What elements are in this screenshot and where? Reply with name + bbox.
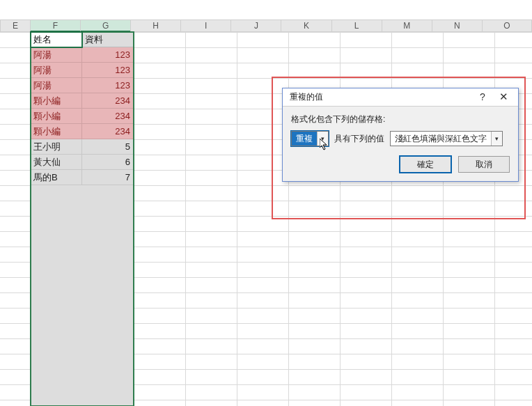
col-header-J[interactable]: J xyxy=(230,19,281,32)
cell-name[interactable]: 黃大仙 xyxy=(31,155,82,170)
cell-val[interactable]: 5 xyxy=(82,139,134,155)
mid-label: 具有下列的值 xyxy=(334,133,384,145)
cell-name[interactable]: 阿湯 xyxy=(31,47,82,63)
svg-marker-0 xyxy=(320,139,327,150)
format-style-value: 淺紅色填滿與深紅色文字 xyxy=(391,132,491,146)
format-style-combo[interactable]: 淺紅色填滿與深紅色文字 ▾ xyxy=(390,131,503,146)
cell-name[interactable]: 顆小編 xyxy=(31,109,82,124)
cell-val[interactable]: 123 xyxy=(82,78,134,93)
cell-val[interactable]: 123 xyxy=(82,47,134,63)
col-header-O[interactable]: O xyxy=(482,19,532,32)
chevron-down-icon[interactable]: ▾ xyxy=(317,132,328,146)
cancel-button[interactable]: 取消 xyxy=(458,156,510,173)
table-row: 阿湯 123 xyxy=(31,78,134,93)
active-cell[interactable]: 姓名 xyxy=(31,32,82,47)
col-header-H[interactable]: H xyxy=(130,19,180,32)
ok-button[interactable]: 確定 xyxy=(400,156,451,173)
dialog-title: 重複的值 xyxy=(290,91,472,103)
cell-name[interactable]: 阿湯 xyxy=(31,78,82,93)
table-row: 顆小編 234 xyxy=(31,109,134,124)
column-header-row: E F G H I J K L M N O xyxy=(0,19,532,32)
table-row: 顆小編 234 xyxy=(31,93,134,109)
cell-name[interactable]: 阿湯 xyxy=(31,63,82,78)
table-row: 阿湯 123 xyxy=(31,47,134,63)
table-row: 阿湯 123 xyxy=(31,63,134,78)
table-row: 王小明 5 xyxy=(31,139,134,155)
cell-name[interactable]: 王小明 xyxy=(31,139,82,155)
cell-val[interactable]: 6 xyxy=(82,155,134,170)
col-header-G[interactable]: G xyxy=(80,19,130,32)
col-header-M[interactable]: M xyxy=(382,19,432,32)
table-row: 顆小編 234 xyxy=(31,124,134,139)
close-button[interactable]: ✕ xyxy=(493,91,514,104)
help-button[interactable]: ? xyxy=(472,91,493,104)
dialog-body-label: 格式化包含下列的儲存格: xyxy=(291,114,510,125)
table-row: 黃大仙 6 xyxy=(31,155,134,170)
data-cells: 姓名 資料 阿湯 123 阿湯 123 阿湯 123 顆小編 234 顆小編 2… xyxy=(31,32,134,185)
col-header-E[interactable]: E xyxy=(0,19,30,32)
rule-type-combo[interactable]: 重複 ▾ xyxy=(291,131,329,146)
rule-type-value: 重複 xyxy=(292,132,317,146)
chevron-down-icon[interactable]: ▾ xyxy=(491,132,502,146)
col-header-K[interactable]: K xyxy=(281,19,331,32)
cell-name[interactable]: 馬的B xyxy=(31,170,82,185)
col-header-F[interactable]: F xyxy=(30,19,80,32)
cell-val[interactable]: 7 xyxy=(82,170,134,185)
col-header-L[interactable]: L xyxy=(331,19,382,32)
header-data[interactable]: 資料 xyxy=(82,32,134,47)
col-header-N[interactable]: N xyxy=(432,19,482,32)
cell-val[interactable]: 234 xyxy=(82,109,134,124)
cell-name[interactable]: 顆小編 xyxy=(31,124,82,139)
table-row: 馬的B 7 xyxy=(31,170,134,185)
mouse-cursor-icon xyxy=(320,139,329,151)
col-header-I[interactable]: I xyxy=(180,19,230,32)
cell-val[interactable]: 234 xyxy=(82,124,134,139)
dialog-titlebar[interactable]: 重複的值 ? ✕ xyxy=(283,88,518,107)
duplicate-values-dialog: 重複的值 ? ✕ 格式化包含下列的儲存格: 重複 ▾ 具有下列的值 淺紅色填滿與… xyxy=(282,88,519,182)
cell-val[interactable]: 123 xyxy=(82,63,134,78)
cell-name[interactable]: 顆小編 xyxy=(31,93,82,109)
cell-val[interactable]: 234 xyxy=(82,93,134,109)
